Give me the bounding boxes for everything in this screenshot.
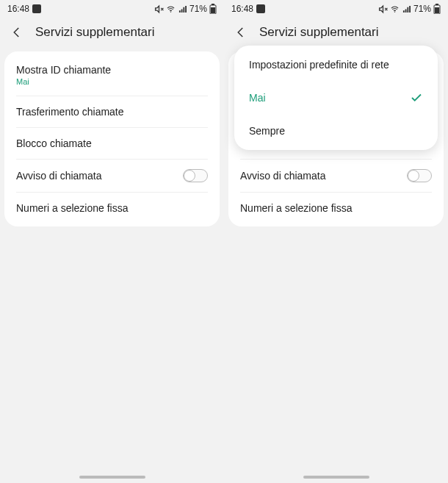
- popup-option-label: Mai: [249, 92, 266, 104]
- setting-caller-id[interactable]: Mostra ID chiamante Mai: [4, 54, 220, 96]
- toggle-call-waiting[interactable]: [407, 169, 432, 182]
- svg-point-4: [394, 11, 395, 12]
- status-bar: 16:48 71%: [224, 0, 448, 18]
- mute-icon: [154, 4, 164, 14]
- check-icon: [410, 91, 423, 104]
- setting-fixed-dialing[interactable]: Numeri a selezione fissa: [228, 193, 444, 223]
- setting-label: Avviso di chiamata: [240, 170, 325, 182]
- setting-label: Blocco chiamate: [16, 137, 92, 149]
- mute-icon: [378, 4, 388, 14]
- battery-text: 71%: [413, 4, 431, 14]
- setting-blocking[interactable]: Blocco chiamate: [4, 128, 220, 159]
- wifi-icon: [166, 5, 176, 13]
- setting-call-waiting[interactable]: Avviso di chiamata: [228, 160, 444, 192]
- header: Servizi supplementari: [0, 18, 224, 51]
- notification-icon: [32, 4, 41, 13]
- screen-left: 16:48 71% Servizi supplementari Mostra I…: [0, 0, 224, 483]
- back-icon[interactable]: [234, 26, 248, 39]
- setting-label: Numeri a selezione fissa: [240, 202, 353, 214]
- popup-option-label: Impostazioni predefinite di rete: [249, 59, 389, 71]
- screen-right: 16:48 71% Servizi supplementari Mostra I…: [224, 0, 448, 483]
- signal-icon: [178, 5, 187, 13]
- popup-option-always[interactable]: Sempre: [234, 115, 438, 147]
- setting-label: Avviso di chiamata: [16, 170, 101, 182]
- gesture-bar[interactable]: [303, 476, 369, 479]
- status-bar: 16:48 71%: [0, 0, 224, 18]
- setting-forwarding[interactable]: Trasferimento chiamate: [4, 96, 220, 127]
- svg-rect-3: [211, 7, 215, 13]
- status-time: 16:48: [7, 4, 29, 14]
- toggle-call-waiting[interactable]: [183, 169, 208, 182]
- wifi-icon: [390, 5, 400, 13]
- battery-icon: [209, 4, 217, 14]
- setting-fixed-dialing[interactable]: Numeri a selezione fissa: [4, 193, 220, 223]
- status-time: 16:48: [231, 4, 253, 14]
- setting-value: Mai: [16, 77, 208, 86]
- caller-id-popup: Impostazioni predefinite di rete Mai Sem…: [234, 46, 438, 150]
- setting-label: Trasferimento chiamate: [16, 106, 124, 118]
- svg-rect-7: [435, 7, 439, 13]
- svg-point-0: [170, 11, 171, 12]
- setting-label: Numeri a selezione fissa: [16, 202, 129, 214]
- popup-option-never[interactable]: Mai: [234, 81, 438, 115]
- notification-icon: [256, 4, 265, 13]
- battery-text: 71%: [189, 4, 207, 14]
- settings-card: Mostra ID chiamante Mai Trasferimento ch…: [4, 51, 220, 226]
- signal-icon: [402, 5, 411, 13]
- popup-option-network-default[interactable]: Impostazioni predefinite di rete: [234, 49, 438, 81]
- battery-icon: [433, 4, 441, 14]
- setting-label: Mostra ID chiamante: [16, 64, 208, 76]
- page-title: Servizi supplementari: [259, 25, 379, 40]
- back-icon[interactable]: [10, 26, 24, 39]
- setting-call-waiting[interactable]: Avviso di chiamata: [4, 160, 220, 192]
- page-title: Servizi supplementari: [35, 25, 155, 40]
- popup-option-label: Sempre: [249, 125, 285, 137]
- gesture-bar[interactable]: [79, 476, 145, 479]
